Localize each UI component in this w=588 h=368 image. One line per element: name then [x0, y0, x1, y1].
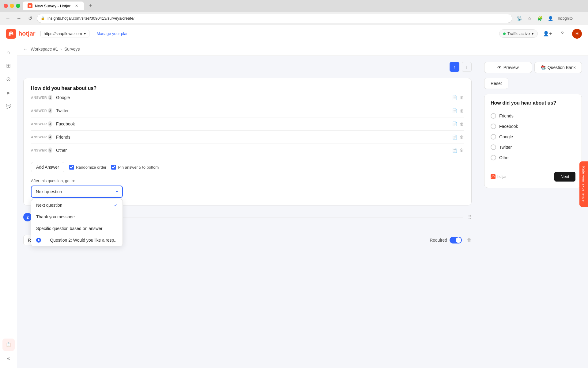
- help-icon[interactable]: ?: [557, 29, 567, 39]
- required-toggle-switch[interactable]: [450, 237, 462, 243]
- extensions-icon[interactable]: 🧩: [536, 14, 544, 23]
- answer-text-2[interactable]: Twitter: [56, 108, 448, 113]
- answer-note-icon-1[interactable]: 📄: [452, 95, 457, 100]
- lock-icon: 🔒: [41, 16, 45, 20]
- move-up-button[interactable]: ↑: [450, 62, 459, 72]
- minimize-button[interactable]: [10, 4, 14, 8]
- sidebar-item-surveys[interactable]: 📋: [2, 339, 15, 351]
- svg-rect-0: [6, 29, 16, 39]
- pin-answer-checkbox-label[interactable]: Pin answer 5 to bottom: [111, 165, 159, 170]
- site-url: https://snapflows.com: [44, 31, 82, 36]
- answer-text-1[interactable]: Google: [56, 95, 448, 100]
- sidebar-item-recordings[interactable]: ▶: [2, 86, 15, 99]
- answer-actions-2: 📄 🗑: [452, 108, 464, 113]
- answer-delete-icon-2[interactable]: 🗑: [460, 108, 464, 113]
- dropdown-item-question2[interactable]: Question 2: Would you like a resp...: [31, 234, 123, 246]
- breadcrumb-workspace: Workspace #1: [31, 47, 58, 52]
- preview-radio-facebook[interactable]: [491, 124, 496, 129]
- move-down-button[interactable]: ↓: [462, 62, 472, 72]
- preview-button[interactable]: 👁 Preview: [484, 62, 532, 73]
- traffic-badge[interactable]: Traffic active ▾: [499, 29, 538, 38]
- preview-option-facebook: Facebook: [491, 121, 575, 132]
- preview-radio-other[interactable]: [491, 155, 496, 160]
- hotjar-logo[interactable]: hotjar: [6, 29, 36, 39]
- answer-delete-icon-5[interactable]: 🗑: [460, 148, 464, 153]
- sidebar: ⌂ ⊞ ⊙ ▶ 💬 📋 «: [0, 42, 17, 368]
- tab-title: New Survey - Hotjar: [35, 4, 70, 8]
- rate-experience-tab[interactable]: Rate your experience: [579, 161, 588, 207]
- answer-note-icon-3[interactable]: 📄: [452, 121, 457, 126]
- preview-radio-twitter[interactable]: [491, 144, 496, 150]
- answer-label-5: ANSWER 5: [31, 148, 52, 153]
- preview-next-button[interactable]: Next: [554, 172, 575, 182]
- back-arrow-icon[interactable]: ←: [23, 46, 28, 52]
- manage-plan-link[interactable]: Manage your plan: [97, 31, 129, 36]
- goto-dropdown[interactable]: Next question ▾: [31, 186, 123, 198]
- answer-row: ANSWER 4 Friends 📄 🗑: [31, 131, 464, 144]
- cast-icon[interactable]: 📡: [515, 14, 523, 23]
- preview-header: 👁 Preview 📚 Question Bank: [484, 62, 582, 73]
- address-bar[interactable]: 🔒 insights.hotjar.com/sites/3090413/surv…: [37, 14, 512, 23]
- sidebar-item-feedback[interactable]: 💬: [2, 100, 15, 112]
- radio-dot-icon: [36, 238, 41, 243]
- sidebar-item-home[interactable]: ⌂: [2, 46, 15, 58]
- goto-dropdown-arrow-icon: ▾: [116, 190, 118, 194]
- goto-dropdown-menu: Next question ✓ Thank you message Specif…: [31, 199, 123, 246]
- breadcrumb-section: Surveys: [64, 47, 80, 52]
- answer-label-text-4: ANSWER: [31, 135, 47, 139]
- tab-close-button[interactable]: ✕: [74, 3, 79, 8]
- add-answer-button[interactable]: Add Answer: [31, 162, 64, 172]
- preview-option-twitter: Twitter: [491, 142, 575, 152]
- answer-text-4[interactable]: Friends: [56, 135, 448, 140]
- randomize-order-checkbox-label[interactable]: Randomize order: [69, 165, 107, 170]
- preview-brand-icon: [491, 174, 496, 179]
- refresh-button[interactable]: ↺: [26, 14, 34, 23]
- answer-actions-3: 📄 🗑: [452, 121, 464, 126]
- back-button[interactable]: ←: [4, 14, 12, 23]
- close-button[interactable]: [4, 4, 8, 8]
- traffic-dot: [503, 33, 506, 35]
- incognito-label: Incognito: [556, 14, 574, 23]
- answer-row: ANSWER 5 Other 📄 🗑: [31, 144, 464, 157]
- forward-button[interactable]: →: [15, 14, 23, 23]
- answer-note-icon-4[interactable]: 📄: [452, 135, 457, 140]
- app: hotjar https://snapflows.com ▾ Manage yo…: [0, 25, 588, 368]
- dropdown-item-next-question[interactable]: Next question ✓: [31, 199, 123, 211]
- sidebar-item-heatmaps[interactable]: ⊙: [2, 73, 15, 85]
- answer-label-text-3: ANSWER: [31, 122, 47, 126]
- preview-radio-friends[interactable]: [491, 113, 496, 119]
- browser-chrome: H New Survey - Hotjar ✕ + ← → ↺ 🔒 insigh…: [0, 0, 588, 25]
- goto-section: After this question, go to: Next questio…: [31, 178, 464, 198]
- reset-button[interactable]: Reset: [484, 78, 508, 89]
- maximize-button[interactable]: [16, 4, 20, 8]
- toggle-slider: [450, 237, 462, 243]
- bookmark-icon[interactable]: ☆: [525, 14, 534, 23]
- new-tab-button[interactable]: +: [86, 2, 95, 10]
- home-icon: ⌂: [7, 49, 10, 56]
- pin-answer-checkbox[interactable]: [111, 165, 116, 170]
- add-user-icon[interactable]: 👤+: [543, 29, 552, 39]
- answer-note-icon-2[interactable]: 📄: [452, 108, 457, 113]
- browser-tab[interactable]: H New Survey - Hotjar ✕: [23, 2, 84, 10]
- dropdown-item-specific-question[interactable]: Specific question based on answer: [31, 223, 123, 234]
- breadcrumb-separator: ›: [60, 47, 62, 52]
- preview-radio-google[interactable]: [491, 134, 496, 140]
- answer-delete-icon-1[interactable]: 🗑: [460, 95, 464, 100]
- answer-text-5[interactable]: Other: [56, 148, 448, 153]
- sidebar-item-collapse[interactable]: «: [2, 352, 15, 364]
- question-bank-button[interactable]: 📚 Question Bank: [534, 62, 582, 73]
- randomize-order-checkbox[interactable]: [69, 165, 74, 170]
- menu-icon[interactable]: ⋮: [576, 14, 584, 23]
- answer-delete-icon-4[interactable]: 🗑: [460, 135, 464, 140]
- answer-label-text-5: ANSWER: [31, 148, 47, 152]
- answer-text-3[interactable]: Facebook: [56, 121, 448, 126]
- required-toggle: Required 🗑: [430, 237, 472, 243]
- answer-delete-icon-3[interactable]: 🗑: [460, 121, 464, 126]
- sidebar-item-dashboard[interactable]: ⊞: [2, 59, 15, 72]
- dropdown-item-thank-you[interactable]: Thank you message: [31, 211, 123, 223]
- site-selector[interactable]: https://snapflows.com ▾: [40, 30, 89, 37]
- profile-icon[interactable]: 👤: [546, 14, 555, 23]
- answer-note-icon-5[interactable]: 📄: [452, 148, 457, 153]
- avatar[interactable]: H: [572, 29, 582, 39]
- delete-question-icon[interactable]: 🗑: [467, 237, 472, 243]
